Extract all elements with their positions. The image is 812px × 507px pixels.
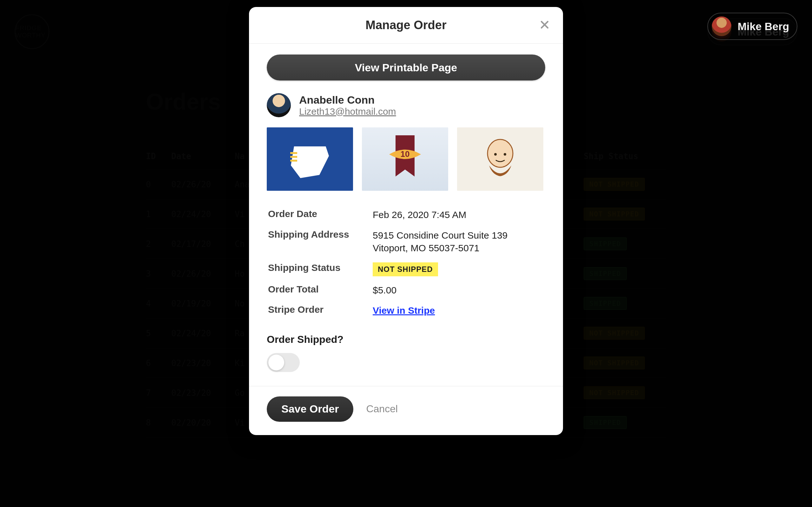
customer-block: Anabelle Conn Lizeth13@hotmail.com (267, 93, 545, 117)
customer-avatar (267, 93, 291, 117)
customer-name: Anabelle Conn (299, 94, 396, 106)
toggle-knob (268, 354, 284, 371)
modal-header: Manage Order (249, 7, 563, 44)
label-shipping-address: Shipping Address (268, 229, 373, 240)
order-item-thumbnails: 10 (267, 127, 545, 191)
svg-rect-3 (290, 152, 297, 154)
save-button[interactable]: Save Order (267, 396, 353, 422)
svg-rect-4 (290, 156, 297, 158)
svg-point-9 (494, 153, 497, 156)
order-item-thumb[interactable] (267, 127, 353, 191)
modal-body: View Printable Page Anabelle Conn Lizeth… (249, 44, 563, 386)
cancel-button[interactable]: Cancel (366, 403, 398, 415)
view-printable-label: View Printable Page (355, 61, 457, 73)
cancel-label: Cancel (366, 403, 398, 414)
user-menu[interactable]: Mike Berg (707, 13, 798, 40)
order-item-thumb[interactable] (457, 127, 543, 191)
label-stripe-order: Stripe Order (268, 304, 373, 315)
modal-footer: Save Order Cancel (249, 386, 563, 435)
close-icon (539, 19, 550, 32)
label-order-date: Order Date (268, 209, 373, 219)
svg-point-8 (488, 139, 513, 167)
svg-text:10: 10 (401, 149, 410, 159)
modal-title: Manage Order (365, 18, 447, 32)
svg-marker-2 (291, 147, 329, 178)
value-order-date: Feb 26, 2020 7:45 AM (373, 209, 544, 222)
view-printable-button[interactable]: View Printable Page (267, 55, 545, 80)
label-shipping-status: Shipping Status (268, 262, 373, 273)
save-label: Save Order (281, 403, 339, 415)
customer-email[interactable]: Lizeth13@hotmail.com (299, 106, 396, 117)
stripe-link[interactable]: View in Stripe (373, 305, 435, 316)
manage-order-modal: Manage Order View Printable Page Anabell… (249, 7, 563, 435)
value-order-total: $5.00 (373, 284, 544, 297)
shipping-address-line2: Vitoport, MO 55037-5071 (373, 242, 544, 255)
user-name: Mike Berg (738, 20, 790, 33)
svg-rect-5 (290, 160, 297, 162)
shipping-address-line1: 5915 Considine Court Suite 139 (373, 229, 544, 242)
avatar (712, 16, 731, 36)
shipped-toggle[interactable] (267, 353, 300, 372)
value-shipping-address: 5915 Considine Court Suite 139 Vitoport,… (373, 229, 544, 255)
order-details: Order Date Feb 26, 2020 7:45 AM Shipping… (267, 205, 545, 321)
svg-point-10 (504, 153, 506, 156)
close-button[interactable] (538, 18, 552, 32)
status-badge: NOT SHIPPED (373, 262, 438, 276)
order-item-thumb[interactable]: 10 (362, 127, 448, 191)
label-order-shipped-q: Order Shipped? (267, 334, 545, 345)
label-order-total: Order Total (268, 284, 373, 295)
